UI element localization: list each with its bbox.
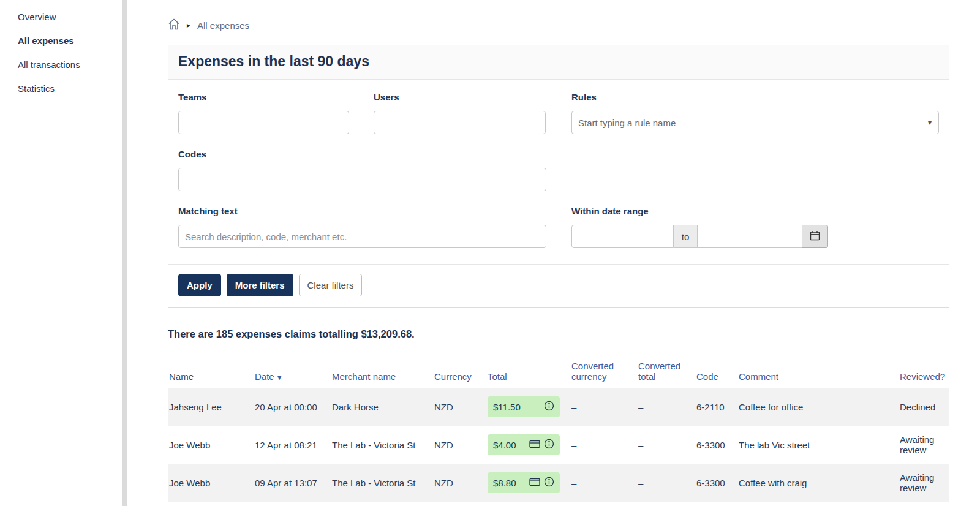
breadcrumb-current[interactable]: All expenses — [197, 20, 249, 31]
credit-card-icon — [529, 440, 540, 450]
rules-select[interactable]: Start typing a rule name ▾ — [571, 111, 939, 134]
amount-value: $11.50 — [493, 402, 521, 412]
cell-total: $8.80 — [486, 464, 570, 502]
cell-merchant: The Lab - Victoria St — [331, 426, 433, 464]
breadcrumb-separator-icon: ▸ — [187, 21, 190, 29]
table-row[interactable]: Joe Webb 12 Apr at 08:21 The Lab - Victo… — [168, 426, 949, 464]
cell-currency: NZD — [433, 388, 486, 426]
info-icon[interactable] — [544, 401, 554, 413]
rules-select-placeholder: Start typing a rule name — [578, 118, 676, 128]
cell-reviewed: Declined — [899, 388, 949, 426]
cell-total: $4.00 — [486, 426, 570, 464]
info-icon[interactable] — [544, 439, 554, 451]
codes-label: Codes — [178, 149, 546, 159]
filter-row-3: Matching text Within date range to — [178, 206, 939, 248]
cell-comment: The lab Vic street — [737, 426, 899, 464]
table-row[interactable]: Joe Webb 09 Apr at 13:07 The Lab - Victo… — [168, 464, 949, 502]
filter-card-body: Teams Users Rules Start typing a rule na… — [168, 80, 949, 264]
filter-card-footer: Apply More filters Clear filters — [168, 264, 949, 307]
header-merchant-name[interactable]: Merchant name — [331, 358, 433, 388]
cell-converted-currency: – — [570, 426, 637, 464]
sort-desc-icon: ▼ — [276, 374, 283, 381]
cell-code: 6-3300 — [695, 426, 737, 464]
expenses-summary: There are 185 expenses claims totalling … — [168, 328, 980, 340]
info-icon[interactable] — [544, 477, 554, 489]
cell-merchant: The Lab - Victoria St — [331, 464, 433, 502]
matching-text-input[interactable] — [178, 225, 546, 248]
amount-badge[interactable]: $4.00 — [488, 434, 560, 455]
breadcrumb: ▸ All expenses — [168, 18, 980, 32]
rules-field: Rules Start typing a rule name ▾ — [571, 92, 939, 134]
teams-label: Teams — [178, 92, 349, 102]
filter-row-2: Codes — [178, 149, 939, 191]
cell-reviewed: Awaiting review — [899, 464, 949, 502]
chevron-down-icon: ▾ — [928, 118, 932, 127]
amount-badge[interactable]: $11.50 — [488, 396, 560, 417]
amount-value: $8.80 — [493, 478, 516, 488]
header-total[interactable]: Total — [486, 358, 570, 388]
header-date[interactable]: Date▼ — [254, 358, 331, 388]
cell-converted-currency: – — [570, 464, 637, 502]
cell-converted-total: – — [637, 464, 695, 502]
cell-date: 20 Apr at 00:00 — [254, 388, 331, 426]
main-content: ▸ All expenses Expenses in the last 90 d… — [127, 0, 980, 506]
cell-code: 6-3300 — [695, 464, 737, 502]
filter-card-header: Expenses in the last 90 days — [168, 45, 949, 80]
cell-converted-currency: – — [570, 388, 637, 426]
sidebar-scrollbar[interactable] — [123, 0, 127, 506]
header-reviewed[interactable]: Reviewed? — [899, 358, 949, 388]
amount-badge[interactable]: $8.80 — [488, 472, 560, 493]
header-code[interactable]: Code — [695, 358, 737, 388]
sidebar-item-statistics[interactable]: Statistics — [0, 77, 122, 100]
header-converted-total[interactable]: Converted total — [637, 358, 695, 388]
matching-text-label: Matching text — [178, 206, 546, 216]
date-range-field: Within date range to — [571, 206, 828, 248]
more-filters-button[interactable]: More filters — [227, 274, 293, 296]
cell-merchant: Dark Horse — [331, 388, 433, 426]
header-date-label: Date — [255, 371, 274, 382]
header-converted-currency[interactable]: Converted currency — [570, 358, 637, 388]
date-to-input[interactable] — [697, 225, 802, 248]
cell-converted-total: – — [637, 388, 695, 426]
amount-value: $4.00 — [493, 440, 516, 450]
header-comment[interactable]: Comment — [737, 358, 899, 388]
rules-label: Rules — [571, 92, 939, 102]
clear-filters-button[interactable]: Clear filters — [299, 274, 363, 296]
cell-reviewed: Awaiting review — [899, 426, 949, 464]
teams-input[interactable] — [178, 111, 349, 134]
table-header: Name Date▼ Merchant name Currency Total … — [168, 358, 949, 388]
page-title: Expenses in the last 90 days — [178, 53, 369, 69]
cell-date: 12 Apr at 08:21 — [254, 426, 331, 464]
cell-comment: Coffee for office — [737, 388, 899, 426]
matching-text-field: Matching text — [178, 206, 546, 248]
users-label: Users — [374, 92, 546, 102]
cell-comment: Coffee with craig — [737, 464, 899, 502]
credit-card-icon — [529, 478, 540, 488]
calendar-button[interactable] — [802, 225, 828, 248]
cell-currency: NZD — [433, 426, 486, 464]
cell-currency: NZD — [433, 464, 486, 502]
date-range-label: Within date range — [571, 206, 828, 216]
header-name: Name — [168, 358, 254, 388]
date-from-input[interactable] — [571, 225, 674, 248]
sidebar-item-all-transactions[interactable]: All transactions — [0, 53, 122, 77]
sidebar-item-overview[interactable]: Overview — [0, 5, 122, 29]
home-icon[interactable] — [168, 18, 180, 32]
date-range-to-label: to — [674, 225, 697, 248]
sidebar-item-all-expenses[interactable]: All expenses — [0, 29, 122, 53]
cell-date: 09 Apr at 13:07 — [254, 464, 331, 502]
cell-total: $11.50 — [486, 388, 570, 426]
calendar-icon — [810, 230, 820, 243]
cell-converted-total: – — [637, 426, 695, 464]
codes-input[interactable] — [178, 168, 546, 191]
filter-card: Expenses in the last 90 days Teams Users… — [168, 45, 949, 308]
header-currency[interactable]: Currency — [433, 358, 486, 388]
users-input[interactable] — [374, 111, 546, 134]
cell-name: Joe Webb — [168, 426, 254, 464]
table-row[interactable]: Jahseng Lee 20 Apr at 00:00 Dark Horse N… — [168, 388, 949, 426]
expenses-table: Name Date▼ Merchant name Currency Total … — [168, 358, 949, 502]
sidebar: Overview All expenses All transactions S… — [0, 0, 123, 506]
apply-button[interactable]: Apply — [178, 274, 221, 296]
filter-row-1: Teams Users Rules Start typing a rule na… — [178, 92, 939, 134]
cell-code: 6-2110 — [695, 388, 737, 426]
